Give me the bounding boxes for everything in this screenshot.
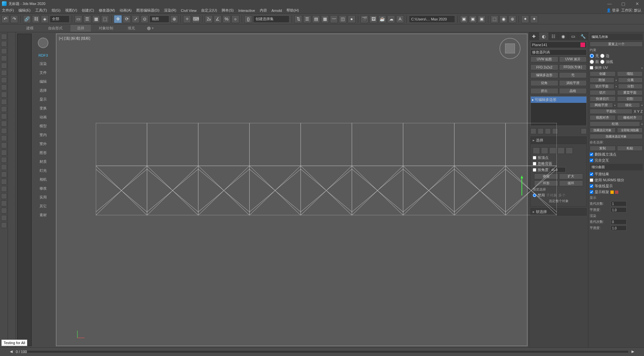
cp-utility-tab[interactable]: 🔧 <box>578 32 588 40</box>
btn-loop[interactable]: 循环 <box>559 180 583 186</box>
cp-create-tab[interactable]: ✚ <box>529 32 539 40</box>
subobj-element[interactable] <box>566 147 573 154</box>
render-setup-button[interactable]: 🎬 <box>361 15 368 23</box>
x4-button[interactable]: ⊕ <box>508 15 516 23</box>
keyboard-button[interactable]: ⌨ <box>192 15 200 23</box>
viewport-layout-strip[interactable] <box>17 34 32 346</box>
menu-render[interactable]: 渲染(R) <box>164 8 176 13</box>
menu-edit[interactable]: 编辑(E) <box>18 8 31 13</box>
render-button[interactable]: ☕ <box>378 15 386 23</box>
scale-button[interactable]: ⤢ <box>132 15 140 23</box>
radio-c-edge[interactable] <box>600 54 604 58</box>
sm-assets[interactable]: 素材 <box>32 211 55 220</box>
render-frame-button[interactable]: 🖼 <box>369 15 377 23</box>
btn-attach[interactable]: 附加 <box>590 77 614 83</box>
window-crossing-button[interactable]: ⬚ <box>101 15 109 23</box>
maximize-button[interactable]: ▢ <box>616 0 630 7</box>
btn-collapse[interactable]: 塌陷 <box>617 71 643 76</box>
lt-24[interactable] <box>1 200 7 206</box>
object-name-field[interactable]: Plane141 <box>530 42 587 48</box>
undo-button[interactable]: ↶ <box>1 15 9 23</box>
redo-button[interactable]: ↷ <box>10 15 18 23</box>
lt-12[interactable] <box>1 113 7 119</box>
selection-filter[interactable]: 全部 <box>50 15 69 23</box>
sm-outdoor[interactable]: 室外 <box>32 139 55 148</box>
cp-display-tab[interactable]: ▭ <box>568 32 578 40</box>
rtab-objpaint[interactable]: 对象绘制 <box>92 25 120 32</box>
subobj-poly[interactable] <box>557 147 565 154</box>
cp-modify-tab[interactable]: ◐ <box>539 32 549 40</box>
cp-motion-tab[interactable]: ◉ <box>558 32 568 40</box>
lt-1[interactable] <box>1 34 7 40</box>
lt-11[interactable] <box>1 106 7 112</box>
menu-arnold[interactable]: Arnold <box>272 9 282 13</box>
lt-7[interactable] <box>1 77 7 83</box>
btn-viewalign[interactable]: 视图对齐 <box>590 115 616 120</box>
menu-graph[interactable]: 图形编辑器(D) <box>136 8 159 13</box>
sm-transform[interactable]: 变换 <box>32 104 55 113</box>
radio-c-normal[interactable] <box>600 60 604 64</box>
btn-split[interactable]: 分割 <box>618 84 643 89</box>
riter-spinner[interactable]: 0 <box>611 219 627 224</box>
schematic-button[interactable]: ◫ <box>339 15 347 23</box>
sm-edit[interactable]: 编辑 <box>32 77 55 86</box>
btn-chamfer[interactable]: 切角 <box>530 80 558 86</box>
project-path-field[interactable]: C:\Users\… Max 2020 <box>409 15 455 23</box>
lt-22[interactable] <box>1 186 7 192</box>
menu-modifiers[interactable]: 修改器(M) <box>99 8 115 13</box>
mirror-button[interactable]: ⇅ <box>294 15 302 23</box>
smooth-spinner[interactable]: 1.0 <box>611 207 627 213</box>
minimize-button[interactable]: — <box>603 0 616 7</box>
sm-select[interactable]: 选择 <box>32 86 55 95</box>
side-menu-logo[interactable] <box>38 38 48 48</box>
sm-rdf3[interactable]: RDF3 <box>32 51 55 59</box>
sm-util[interactable]: 实用 <box>32 193 55 202</box>
move-gizmo[interactable] <box>519 176 524 195</box>
sm-display[interactable]: 显示 <box>32 95 55 104</box>
btn-msmooth[interactable]: 网格平滑 <box>590 103 613 108</box>
radio-c-face[interactable] <box>590 60 594 64</box>
toggle-ribbon-button[interactable]: ▦ <box>321 15 329 23</box>
btn-gridalign[interactable]: 栅格对齐 <box>617 115 643 120</box>
menu-content[interactable]: 内容 <box>260 8 267 13</box>
btn-resetplane[interactable]: 重置平面 <box>617 90 643 95</box>
chk-fullint[interactable] <box>590 159 593 162</box>
btn-ffdbox[interactable]: FFD(长方体) <box>559 64 587 70</box>
btn-uvwunwrap[interactable]: UVW 展开 <box>559 56 587 62</box>
lt-13[interactable] <box>1 121 7 127</box>
lt-4[interactable] <box>1 55 7 61</box>
chk-isoline[interactable] <box>590 184 593 188</box>
btn-ffd2[interactable]: FFD 2x2x2 <box>530 64 558 70</box>
lt-26[interactable] <box>1 215 7 221</box>
configure-sets-button[interactable] <box>581 128 587 134</box>
sm-other[interactable]: 其它 <box>32 202 55 211</box>
rtab-populate[interactable]: 填充 <box>121 25 142 32</box>
chk-deliso[interactable] <box>590 153 593 156</box>
rtab-freeform[interactable]: 自由形式 <box>41 25 69 32</box>
align-button[interactable]: ☰ <box>303 15 311 23</box>
open-autodesk-button[interactable]: A <box>396 15 404 23</box>
cp-hierarchy-tab[interactable]: ☷ <box>549 32 559 40</box>
lt-21[interactable] <box>1 179 7 185</box>
modifier-list-select[interactable]: 修改器列表 <box>530 49 587 55</box>
btn-hideunsel[interactable]: 隐藏未选定对象 <box>590 134 643 139</box>
btn-tess[interactable]: 细化 <box>617 103 640 108</box>
btn-sliceplane[interactable]: 切片平面 <box>590 84 614 89</box>
sel-lock-button[interactable]: ⬚ <box>491 15 498 23</box>
pivot-button[interactable]: ⊕ <box>170 15 178 23</box>
btn-planarize[interactable]: 平面化 <box>590 109 632 114</box>
chk-showcage[interactable] <box>590 190 593 194</box>
modifier-item[interactable]: ▸ 可编辑多边形 <box>531 97 586 103</box>
menu-views[interactable]: 视图(V) <box>65 8 77 13</box>
menu-script[interactable]: 脚本(S) <box>222 8 234 13</box>
btn-turbo[interactable]: 涡轮平滑 <box>559 80 587 86</box>
object-color-swatch[interactable] <box>580 43 585 47</box>
select-name-button[interactable]: ☰ <box>83 15 91 23</box>
manip-button[interactable]: ✧ <box>183 15 191 23</box>
rsmooth-spinner[interactable]: 1.0 <box>611 225 627 231</box>
x3-button[interactable]: ▣ <box>478 15 486 23</box>
modifier-stack[interactable]: ▸ 可编辑多边形 <box>530 96 587 126</box>
lt-16[interactable] <box>1 142 7 148</box>
chk-smoothres[interactable] <box>590 172 593 176</box>
btn-repeat[interactable]: 重复上一个 <box>590 42 643 47</box>
